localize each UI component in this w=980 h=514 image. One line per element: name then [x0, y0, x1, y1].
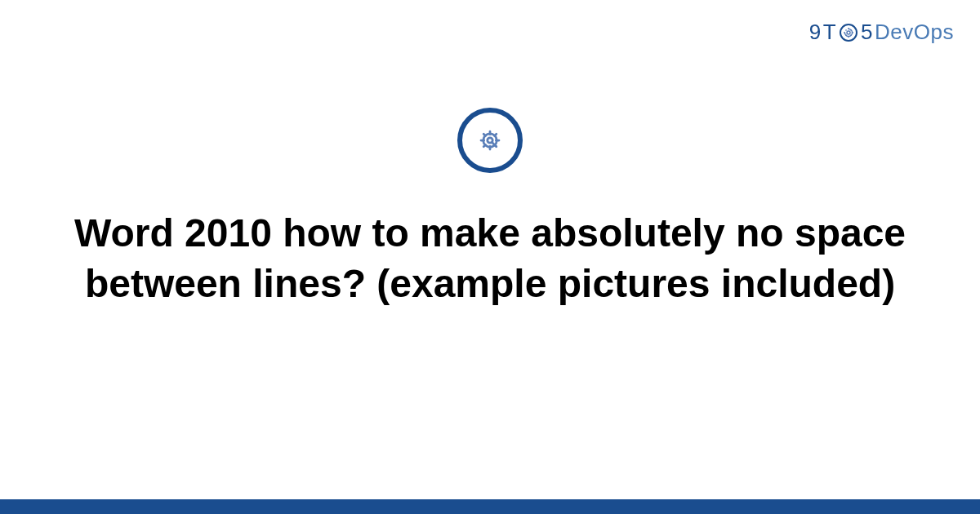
- svg-point-1: [847, 31, 850, 34]
- brand-part-devops: DevOps: [875, 20, 954, 45]
- page-title: Word 2010 how to make absolutely no spac…: [65, 208, 915, 310]
- bottom-accent-bar: [0, 499, 980, 514]
- brand-part-five: 5: [861, 20, 873, 45]
- center-gear-icon: [457, 108, 523, 173]
- brand-part-nine: 9: [809, 20, 822, 45]
- brand-gear-icon: [839, 23, 858, 42]
- brand-part-t: T: [823, 20, 836, 45]
- brand-logo: 9 T 5 DevOps: [809, 20, 954, 45]
- svg-point-0: [840, 24, 857, 41]
